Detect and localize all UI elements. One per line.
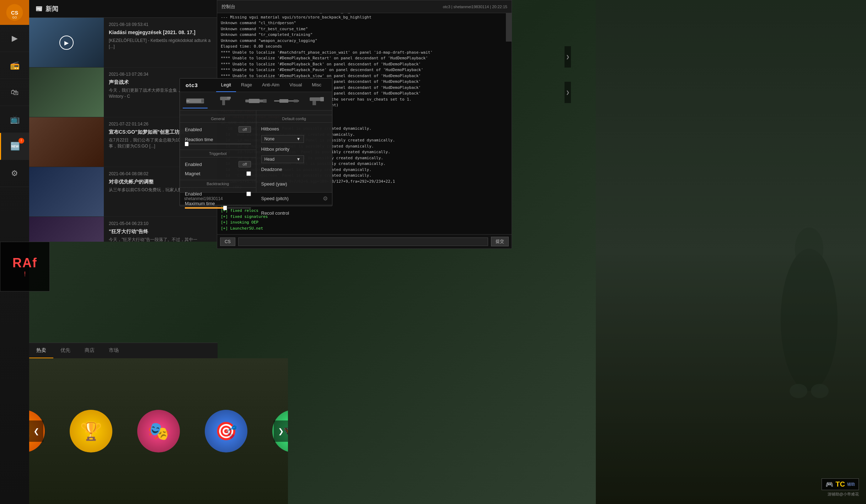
- magnet-label: Magnet: [185, 171, 200, 176]
- raf-sub: !: [24, 270, 26, 278]
- console-title: 控制台: [221, 4, 235, 10]
- trig-enabled-label: Enabled: [185, 162, 202, 167]
- cheat-left: General Enabled off Reaction time Trigge…: [180, 111, 256, 192]
- magnet-row: Magnet: [185, 171, 251, 176]
- svg-rect-9: [227, 97, 231, 99]
- console-line: Elapsed time: 0.00 seconds: [221, 44, 508, 50]
- news-thumbnail-1: ▶: [29, 18, 104, 68]
- cheat-nav-rage[interactable]: Rage: [236, 79, 257, 92]
- tab-hot[interactable]: 热卖: [29, 343, 53, 358]
- news-badge: !: [18, 138, 24, 144]
- tab-shop[interactable]: 商店: [77, 343, 102, 358]
- sidebar-item-news[interactable]: 🆕 !: [0, 133, 29, 160]
- weapon-general[interactable]: [183, 94, 208, 108]
- speed-pitch-row: Speed (pitch): [261, 196, 327, 201]
- carousel-right-arrow[interactable]: ❯: [274, 420, 288, 442]
- bottom-carousel: ❮ 🥈 🏆 🎭 🎯 🦋 ❯: [29, 358, 288, 504]
- sidebar-logo[interactable]: CS GO: [0, 0, 29, 25]
- news-excerpt-5: 今天，"狂牙大行动"告一段落了。不过，其中一: [109, 237, 213, 242]
- cheat-nav: Legit Rage Anti-Aim Visual Misc: [216, 79, 326, 92]
- hitboxes-row: Hitboxes: [261, 126, 327, 132]
- max-time-label: Maximum time: [185, 201, 215, 206]
- news-item[interactable]: ▶ 2021-08-18 09:53:41 Kiadási megjegyzés…: [29, 18, 218, 68]
- news-icon: 🆕: [10, 142, 20, 151]
- tab-market[interactable]: 市场: [102, 343, 126, 358]
- news-thumbnail-4: [29, 167, 104, 217]
- news-date-5: 2021-05-04 06:23:10: [109, 221, 213, 226]
- store-icon: 🛍: [11, 88, 18, 97]
- carousel-left-arrow[interactable]: ❮: [29, 420, 43, 442]
- hitboxes-arrow-icon: ▼: [296, 136, 301, 141]
- console-input[interactable]: [238, 237, 488, 246]
- sidebar-item-radio[interactable]: 📻: [0, 52, 29, 79]
- console-scrollbar-thumb[interactable]: [506, 13, 512, 42]
- max-time-slider[interactable]: [185, 207, 251, 209]
- hitbox-priority-dropdown[interactable]: Head ▼: [261, 155, 304, 163]
- reaction-time-slider[interactable]: [185, 143, 251, 145]
- game-scene-svg: [596, 0, 866, 504]
- raf-badge: RAf !: [0, 242, 50, 291]
- magnet-checkbox[interactable]: [246, 171, 251, 176]
- hitboxes-dropdown[interactable]: None ▼: [261, 135, 304, 143]
- sidebar-item-tv[interactable]: 📺: [0, 106, 29, 133]
- max-time-container: Maximum time: [185, 200, 251, 210]
- cheat-nav-antiaim[interactable]: Anti-Aim: [257, 79, 284, 92]
- cheat-body: General Enabled off Reaction time Trigge…: [180, 111, 332, 192]
- pistol-weapon-icon: [220, 95, 231, 107]
- reaction-time-label: Reaction time: [185, 137, 213, 142]
- console-submit-button[interactable]: 提交: [491, 237, 509, 246]
- watermark: 🎮 TC 辅助 游辅助@小帝难花: [822, 478, 859, 497]
- back-enabled-checkbox[interactable]: [246, 192, 251, 196]
- weapon-smg[interactable]: [304, 94, 329, 108]
- hitboxes-value: None: [264, 136, 275, 141]
- sticker-3: 🎭: [137, 410, 180, 452]
- radio-icon: 📻: [10, 61, 20, 70]
- sniper-weapon-icon: [274, 98, 299, 104]
- enabled-toggle[interactable]: off: [239, 126, 251, 133]
- max-time-thumb[interactable]: [223, 206, 227, 210]
- watermark-sub: 辅助: [847, 482, 855, 487]
- news-item[interactable]: 2021-05-04 06:23:10 "狂牙大行动"告终 今天，"狂牙大行动"…: [29, 217, 218, 242]
- recoil-control-label: Recoil control: [261, 210, 289, 216]
- side-arrow-bottom[interactable]: ❯: [565, 82, 571, 103]
- news-date-2: 2021-08-13 07:26:34: [109, 72, 213, 77]
- footer-gear-icon[interactable]: ⚙: [323, 195, 328, 202]
- cheat-nav-legit[interactable]: Legit: [216, 79, 236, 92]
- carousel-item-4[interactable]: 🎯: [198, 396, 255, 467]
- default-config-label: Default config: [256, 115, 332, 123]
- news-headline-5: "狂牙大行动"告终: [109, 228, 213, 235]
- console-line: Unknown command "tr_best_course_time": [221, 26, 508, 32]
- carousel-item-2[interactable]: 🏆: [63, 396, 119, 467]
- sidebar-item-store[interactable]: 🛍: [0, 79, 29, 106]
- side-arrow-top[interactable]: ❯: [565, 46, 571, 68]
- news-thumbnail-3: [29, 117, 104, 167]
- rifle-weapon-icon: [245, 97, 267, 104]
- weapon-rifle[interactable]: [244, 94, 268, 108]
- smg-weapon-icon: [310, 96, 324, 106]
- svg-rect-12: [263, 99, 267, 103]
- tab-best[interactable]: 优先: [53, 343, 77, 358]
- weapon-pistol[interactable]: [213, 94, 238, 108]
- svg-rect-15: [294, 100, 298, 102]
- weapon-sniper[interactable]: [274, 94, 299, 108]
- reaction-time-thumb[interactable]: [185, 142, 188, 146]
- sidebar-item-play[interactable]: ▶: [0, 25, 29, 52]
- sticker-2: 🏆: [70, 410, 112, 452]
- sidebar-item-settings[interactable]: ⚙: [0, 160, 29, 187]
- enabled-label: Enabled: [185, 127, 202, 132]
- cheat-nav-visual[interactable]: Visual: [284, 79, 307, 92]
- news-body-5: 2021-05-04 06:23:10 "狂牙大行动"告终 今天，"狂牙大行动"…: [104, 217, 218, 242]
- console-line: **** Unable to localize '#DemoPlayback_P…: [221, 67, 508, 73]
- triggerbot-section-label: Triggerbot: [180, 150, 256, 157]
- console-footer: CS 提交: [217, 234, 512, 248]
- trig-enabled-toggle[interactable]: off: [239, 161, 251, 167]
- play-button-1[interactable]: ▶: [59, 36, 74, 50]
- play-icon: ▶: [12, 34, 18, 43]
- cheat-nav-misc[interactable]: Misc: [307, 79, 326, 92]
- cheat-title: otc3: [186, 82, 198, 88]
- console-cs-button[interactable]: CS: [220, 237, 235, 246]
- news-thumbnail-5: [29, 217, 104, 242]
- deadzone-row: Deadzone: [261, 167, 327, 172]
- sticker-4: 🎯: [205, 410, 247, 452]
- carousel-item-3[interactable]: 🎭: [130, 396, 187, 467]
